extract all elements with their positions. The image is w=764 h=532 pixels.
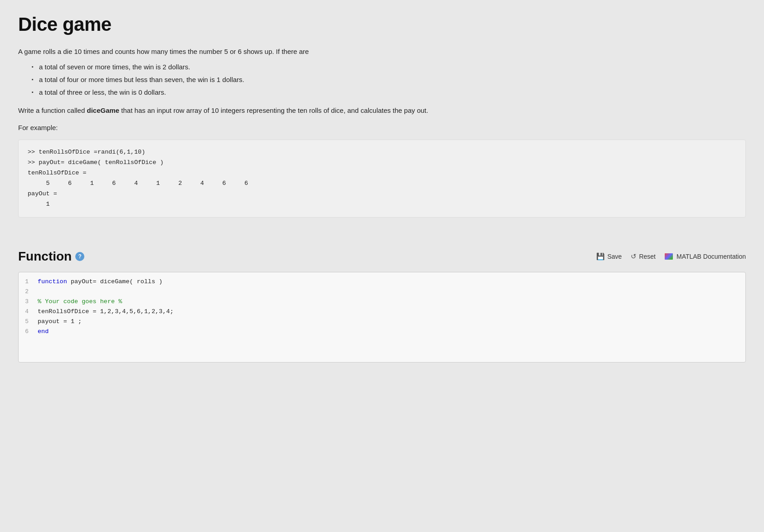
editor-line-1: 1 function payOut= diceGame( rolls ) — [19, 277, 745, 287]
section-divider — [18, 231, 746, 249]
editor-line-2: 2 — [19, 287, 745, 297]
function-name-bold: diceGame — [87, 106, 119, 114]
line-number-6: 6 — [19, 327, 33, 337]
editor-lines: 1 function payOut= diceGame( rolls ) 2 3… — [19, 272, 745, 341]
save-icon: 💾 — [596, 252, 605, 261]
bullet-item-3: a total of three or less, the win is 0 d… — [32, 87, 746, 98]
line-content-5[interactable]: payout = 1 ; — [33, 317, 745, 327]
function-section-header: Function ? 💾 Save ↺ Reset MATLAB Documen… — [18, 249, 746, 264]
for-example-label: For example: — [18, 122, 746, 133]
comment-line-3: % Your code goes here % — [38, 298, 122, 305]
line-content-1[interactable]: function payOut= diceGame( rolls ) — [33, 277, 745, 287]
line-content-3[interactable]: % Your code goes here % — [33, 297, 745, 307]
line-content-6[interactable]: end — [33, 327, 745, 337]
line-1-rest: payOut= diceGame( rolls ) — [71, 278, 163, 285]
help-icon[interactable]: ? — [75, 252, 84, 261]
function-desc-prefix: Write a function called — [18, 106, 87, 114]
function-section-title-container: Function ? — [18, 249, 84, 264]
editor-line-4: 4 tenRollsOfDice = 1,2,3,4,5,6,1,2,3,4; — [19, 307, 745, 317]
code-editor[interactable]: 1 function payOut= diceGame( rolls ) 2 3… — [18, 272, 746, 363]
line-number-5: 5 — [19, 317, 33, 327]
editor-line-3: 3 % Your code goes here % — [19, 297, 745, 307]
line-number-4: 4 — [19, 307, 33, 317]
save-label: Save — [607, 253, 622, 260]
reset-label: Reset — [639, 253, 656, 260]
line-number-3: 3 — [19, 297, 33, 307]
reset-button[interactable]: ↺ Reset — [631, 252, 656, 261]
save-button[interactable]: 💾 Save — [596, 252, 622, 261]
function-desc-suffix: that has an input row array of 10 intege… — [119, 106, 428, 114]
matlab-docs-button[interactable]: MATLAB Documentation — [665, 253, 746, 260]
description-intro: A game rolls a die 10 times and counts h… — [18, 46, 746, 57]
function-description: Write a function called diceGame that ha… — [18, 105, 746, 116]
line-content-4[interactable]: tenRollsOfDice = 1,2,3,4,5,6,1,2,3,4; — [33, 307, 745, 317]
keyword-function: function — [38, 278, 67, 285]
bullet-item-2: a total of four or more times but less t… — [32, 74, 746, 85]
reset-icon: ↺ — [631, 252, 637, 261]
matlab-icon — [665, 253, 673, 260]
editor-line-6: 6 end — [19, 327, 745, 337]
matlab-docs-label: MATLAB Documentation — [676, 253, 746, 260]
toolbar: 💾 Save ↺ Reset MATLAB Documentation — [596, 252, 746, 261]
line-number-2: 2 — [19, 287, 33, 297]
code-example-block: >> tenRollsOfDice =randi(6,1,10) >> payO… — [18, 140, 746, 218]
line-content-2[interactable] — [33, 287, 745, 297]
function-section-title: Function — [18, 249, 72, 264]
line-number-1: 1 — [19, 277, 33, 287]
editor-line-5: 5 payout = 1 ; — [19, 317, 745, 327]
bullet-item-1: a total of seven or more times, the win … — [32, 62, 746, 73]
bullet-list: a total of seven or more times, the win … — [32, 62, 746, 98]
keyword-end: end — [38, 328, 49, 335]
page-title: Dice game — [18, 14, 746, 35]
